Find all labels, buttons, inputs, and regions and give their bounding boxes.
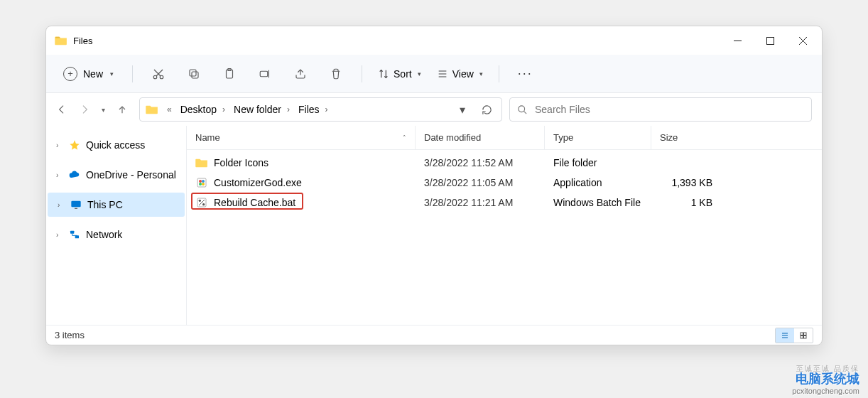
new-label: New bbox=[83, 68, 103, 80]
sort-asc-icon: ˄ bbox=[403, 134, 406, 141]
svg-rect-35 bbox=[804, 333, 807, 335]
search-box[interactable] bbox=[509, 97, 812, 122]
forward-button[interactable] bbox=[79, 104, 90, 115]
sort-icon bbox=[378, 68, 389, 80]
share-button[interactable] bbox=[286, 60, 315, 88]
more-button[interactable]: ··· bbox=[511, 66, 540, 81]
file-type: Windows Batch File bbox=[545, 197, 651, 208]
rename-button[interactable] bbox=[251, 60, 279, 88]
expand-icon: › bbox=[56, 231, 63, 239]
sidebar-item-label: OneDrive - Personal bbox=[86, 169, 176, 181]
minimize-button[interactable] bbox=[721, 26, 754, 55]
file-type: Application bbox=[545, 177, 651, 188]
column-headers: Name˄ Date modified Type Size bbox=[187, 126, 822, 150]
thumbnails-view-button[interactable] bbox=[794, 328, 813, 343]
svg-rect-37 bbox=[804, 335, 807, 338]
search-icon bbox=[517, 104, 528, 115]
file-type: File folder bbox=[545, 157, 651, 168]
maximize-button[interactable] bbox=[754, 26, 786, 55]
svg-rect-23 bbox=[197, 178, 206, 187]
svg-point-29 bbox=[199, 200, 201, 202]
svg-point-30 bbox=[202, 203, 205, 205]
expand-icon: › bbox=[56, 141, 63, 149]
svg-point-24 bbox=[199, 180, 202, 183]
titlebar: Files bbox=[46, 26, 822, 55]
column-name[interactable]: Name˄ bbox=[187, 126, 416, 149]
file-row[interactable]: Rebuild Cache.bat 3/28/2022 11:21 AM Win… bbox=[187, 193, 822, 213]
expand-icon: › bbox=[58, 201, 65, 209]
svg-point-17 bbox=[519, 105, 525, 112]
navbar: ▾ « Desktop› New folder› Files› ▾ bbox=[46, 93, 822, 126]
new-button[interactable]: + New ▾ bbox=[56, 63, 121, 85]
svg-rect-20 bbox=[75, 208, 77, 209]
explorer-window: Files + New ▾ Sort ▾ View ▾ bbox=[45, 26, 823, 345]
cloud-icon bbox=[69, 169, 80, 181]
view-label: View bbox=[452, 68, 474, 80]
search-input[interactable] bbox=[535, 104, 804, 115]
cut-button[interactable] bbox=[144, 60, 173, 88]
breadcrumb-item[interactable]: Desktop› bbox=[178, 104, 228, 115]
address-dropdown[interactable]: ▾ bbox=[452, 103, 473, 117]
svg-line-18 bbox=[523, 111, 526, 114]
file-date: 3/28/2022 11:05 AM bbox=[416, 177, 545, 188]
sidebar: › Quick access › OneDrive - Personal › T… bbox=[46, 126, 187, 325]
svg-rect-12 bbox=[260, 71, 268, 77]
sort-button[interactable]: Sort ▾ bbox=[374, 68, 425, 80]
column-date[interactable]: Date modified bbox=[416, 126, 545, 149]
chevron-right-icon: « bbox=[167, 104, 172, 114]
sidebar-item-label: Quick access bbox=[86, 139, 145, 151]
file-name: Rebuild Cache.bat bbox=[214, 197, 295, 208]
sidebar-item-quick-access[interactable]: › Quick access bbox=[46, 133, 186, 157]
file-date: 3/28/2022 11:21 AM bbox=[416, 197, 545, 208]
svg-rect-22 bbox=[75, 235, 79, 238]
file-date: 3/28/2022 11:52 AM bbox=[416, 157, 545, 168]
copy-button[interactable] bbox=[180, 60, 208, 88]
file-size: 1,393 KB bbox=[651, 177, 721, 188]
folder-icon bbox=[146, 104, 158, 114]
plus-icon: + bbox=[63, 67, 77, 81]
file-row[interactable]: Folder Icons 3/28/2022 11:52 AM File fol… bbox=[187, 153, 822, 173]
bat-icon bbox=[195, 196, 208, 209]
paste-button[interactable] bbox=[215, 60, 244, 88]
monitor-icon bbox=[70, 199, 82, 210]
svg-rect-34 bbox=[801, 333, 803, 335]
statusbar: 3 items bbox=[46, 325, 822, 345]
sidebar-item-this-pc[interactable]: › This PC bbox=[48, 193, 185, 217]
sidebar-item-network[interactable]: › Network bbox=[46, 222, 186, 247]
sidebar-item-label: Network bbox=[86, 229, 122, 240]
back-button[interactable] bbox=[56, 104, 67, 115]
chevron-right-icon: › bbox=[222, 104, 225, 114]
recent-dropdown[interactable]: ▾ bbox=[102, 106, 105, 114]
sort-label: Sort bbox=[394, 68, 412, 80]
breadcrumb-item[interactable]: Files› bbox=[295, 104, 331, 115]
close-button[interactable] bbox=[786, 26, 819, 55]
file-size: 1 KB bbox=[651, 197, 721, 208]
view-button[interactable]: View ▾ bbox=[433, 68, 487, 80]
chevron-down-icon: ▾ bbox=[418, 70, 421, 77]
file-row[interactable]: CustomizerGod.exe 3/28/2022 11:05 AM App… bbox=[187, 173, 822, 193]
svg-rect-19 bbox=[71, 201, 80, 208]
chevron-down-icon: ▾ bbox=[479, 70, 483, 77]
file-name: Folder Icons bbox=[214, 157, 268, 168]
content-area: Name˄ Date modified Type Size Folder Ico… bbox=[187, 126, 822, 325]
window-controls bbox=[721, 26, 819, 55]
column-type[interactable]: Type bbox=[545, 126, 651, 149]
exe-icon bbox=[195, 176, 208, 189]
address-bar[interactable]: « Desktop› New folder› Files› ▾ bbox=[139, 97, 502, 122]
body: › Quick access › OneDrive - Personal › T… bbox=[46, 126, 822, 325]
sidebar-item-label: This PC bbox=[87, 199, 123, 210]
breadcrumb-item[interactable]: New folder› bbox=[231, 104, 293, 115]
sidebar-item-onedrive[interactable]: › OneDrive - Personal bbox=[46, 163, 186, 187]
refresh-button[interactable] bbox=[476, 104, 497, 115]
expand-icon: › bbox=[56, 171, 63, 179]
details-view-button[interactable] bbox=[776, 328, 794, 343]
toolbar: + New ▾ Sort ▾ View ▾ ··· bbox=[46, 55, 822, 93]
svg-rect-9 bbox=[190, 70, 196, 76]
network-icon bbox=[69, 229, 80, 240]
svg-point-26 bbox=[199, 183, 202, 185]
up-button[interactable] bbox=[116, 104, 128, 115]
file-name: CustomizerGod.exe bbox=[214, 177, 302, 188]
svg-rect-21 bbox=[70, 231, 74, 234]
column-size[interactable]: Size bbox=[651, 126, 721, 149]
delete-button[interactable] bbox=[322, 60, 350, 88]
